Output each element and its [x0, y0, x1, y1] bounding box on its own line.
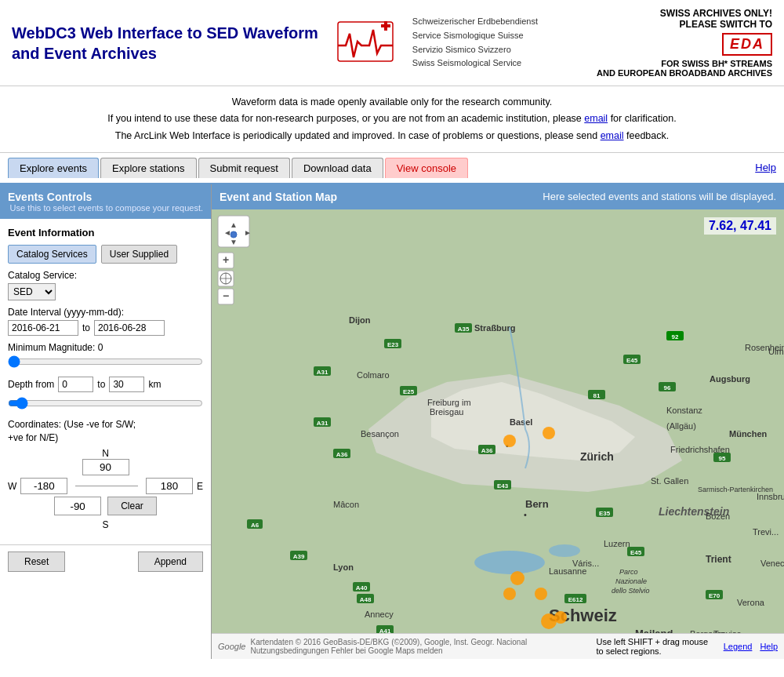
svg-text:Váris...: Váris... — [572, 559, 599, 568]
svg-text:Mâcon: Mâcon — [333, 500, 359, 509]
min-magnitude-label: Minimum Magnitude: 0 — [8, 342, 203, 353]
svg-text:Dijon: Dijon — [349, 315, 371, 325]
depth-to-input[interactable] — [109, 377, 144, 392]
depth-slider[interactable] — [8, 397, 203, 409]
email-link-1[interactable]: email — [584, 113, 608, 124]
map-footer: Google Kartendaten © 2016 GeoBasis-DE/BK… — [212, 633, 784, 659]
coord-n-input[interactable] — [82, 459, 129, 475]
svg-text:−: − — [223, 289, 229, 302]
date-from-input[interactable]: 2016-06-21 — [8, 320, 78, 336]
clear-button[interactable]: Clear — [107, 497, 157, 515]
map-container[interactable]: A31 E23 A35 A31 A36 A6 A39 A40 A41 A43 — [212, 209, 784, 633]
svg-text:Breisgau: Breisgau — [430, 407, 463, 417]
main-content: Events Controls Use this to select event… — [0, 184, 784, 659]
coord-e-input[interactable] — [146, 478, 193, 494]
help-link[interactable]: Help — [755, 162, 776, 173]
svg-text:95: 95 — [719, 455, 726, 462]
catalog-services-button[interactable]: Catalog Services — [8, 245, 96, 264]
min-magnitude-container: Minimum Magnitude: 0 — [8, 342, 203, 370]
tab-explore-stations[interactable]: Explore stations — [100, 158, 197, 178]
map-header: Event and Station Map Here selected even… — [212, 184, 784, 209]
svg-text:92: 92 — [672, 333, 679, 340]
reset-button[interactable]: Reset — [8, 551, 65, 572]
title-line1: WebDC3 Web Interface to SED Waveform — [12, 24, 318, 42]
depth-row: Depth from to km — [8, 377, 203, 412]
catalog-service-row: Catalog Service: SED EMSC USGS ISC — [8, 270, 203, 300]
svg-text:(Allgäu): (Allgäu) — [666, 421, 696, 431]
coord-label: Coordinates: (Use -ve for S/W; +ve for N… — [8, 418, 203, 445]
svg-text:E35: E35 — [599, 510, 611, 517]
svg-text:Innsbruck: Innsbruck — [757, 492, 784, 501]
event-type-buttons: Catalog Services User Supplied — [8, 245, 203, 264]
tab-submit-request[interactable]: Submit request — [198, 158, 290, 178]
svg-text:Bozen: Bozen — [706, 511, 730, 521]
google-label: Google — [218, 642, 245, 651]
date-interval-row: Date Interval (yyyy-mm-dd): 2016-06-21 t… — [8, 307, 203, 336]
svg-text:A48: A48 — [360, 596, 372, 603]
catalog-service-label: Catalog Service: — [8, 270, 203, 281]
legend-link[interactable]: Legend — [724, 642, 753, 651]
logo — [334, 18, 397, 67]
right-panel: Event and Station Map Here selected even… — [212, 184, 784, 659]
svg-text:Trevi...: Trevi... — [753, 527, 779, 537]
page-header: WebDC3 Web Interface to SED Waveformand … — [0, 0, 784, 86]
svg-text:Bern: Bern — [525, 498, 549, 510]
email-link-2[interactable]: email — [601, 130, 624, 141]
left-panel: Events Controls Use this to select event… — [0, 184, 212, 659]
svg-point-117 — [503, 588, 516, 600]
svg-text:Friedrichshafen: Friedrichshafen — [670, 445, 730, 454]
user-supplied-button[interactable]: User Supplied — [101, 245, 177, 264]
append-button[interactable]: Append — [138, 551, 203, 572]
map-copyright: Kartendaten © 2016 GeoBasis-DE/BKG (©200… — [250, 638, 596, 655]
svg-text:A6: A6 — [251, 522, 260, 529]
svg-point-120 — [535, 588, 547, 600]
svg-point-116 — [510, 571, 524, 585]
tab-explore-events[interactable]: Explore events — [8, 158, 99, 178]
svg-rect-2 — [384, 21, 387, 31]
svg-text:E23: E23 — [387, 341, 399, 348]
svg-text:dello Stelvio: dello Stelvio — [612, 587, 650, 595]
event-info-label: Event Information — [8, 227, 203, 238]
svg-text:E45: E45 — [630, 549, 642, 556]
svg-text:St. Gallen: St. Gallen — [651, 476, 688, 486]
coord-north-label: N — [8, 448, 203, 475]
svg-point-115 — [543, 427, 555, 439]
svg-text:Konstanz: Konstanz — [666, 406, 702, 415]
map-coordinates: 7.62, 47.41 — [704, 217, 776, 235]
tab-download-data[interactable]: Download data — [292, 158, 383, 178]
min-magnitude-slider[interactable] — [8, 355, 203, 368]
depth-from-input[interactable] — [58, 377, 93, 392]
svg-point-113 — [549, 544, 580, 557]
map-svg: A31 E23 A35 A31 A36 A6 A39 A40 A41 A43 — [212, 209, 784, 633]
svg-text:Lyon: Lyon — [333, 562, 354, 572]
coord-s-input[interactable] — [54, 497, 101, 515]
svg-text:E43: E43 — [497, 482, 509, 490]
svg-text:Parco: Parco — [619, 568, 638, 576]
svg-text:Colmaro: Colmaro — [357, 370, 390, 380]
svg-text:+: + — [223, 253, 229, 266]
svg-text:Rosenheim: Rosenheim — [745, 343, 784, 352]
svg-text:►: ► — [244, 228, 252, 237]
map-note: Here selected events and stations will b… — [543, 191, 776, 202]
panel-header: Events Controls Use this to select event… — [0, 184, 211, 219]
svg-text:A36: A36 — [481, 447, 493, 454]
map-help-link[interactable]: Help — [760, 642, 778, 651]
date-to-input[interactable]: 2016-06-28 — [94, 320, 165, 336]
panel-body: Event Information Catalog Services User … — [0, 219, 211, 545]
map-instruction: Use left SHIFT + drag mouse to select re… — [597, 637, 716, 656]
svg-text:A40: A40 — [356, 584, 368, 591]
swiss-notice: SWISS ARCHIVES ONLY! PLEASE SWITCH TO ED… — [538, 8, 772, 78]
svg-text:Zürich: Zürich — [580, 450, 614, 463]
svg-text:▼: ▼ — [230, 238, 238, 246]
svg-text:Trient: Trient — [706, 554, 731, 565]
coord-w-input[interactable] — [20, 478, 67, 494]
eda-logo: EDA — [722, 33, 772, 56]
svg-text:Annecy: Annecy — [365, 610, 394, 619]
coord-s-row: Clear — [8, 497, 203, 515]
svg-text:Bergamo: Bergamo — [690, 629, 725, 633]
svg-text:A41: A41 — [379, 628, 391, 633]
catalog-service-select[interactable]: SED EMSC USGS ISC — [8, 283, 56, 300]
org-info: Schweizerischer Erdbebendienst Service S… — [412, 15, 538, 70]
svg-point-126 — [230, 231, 237, 238]
tab-view-console[interactable]: View console — [385, 158, 468, 178]
